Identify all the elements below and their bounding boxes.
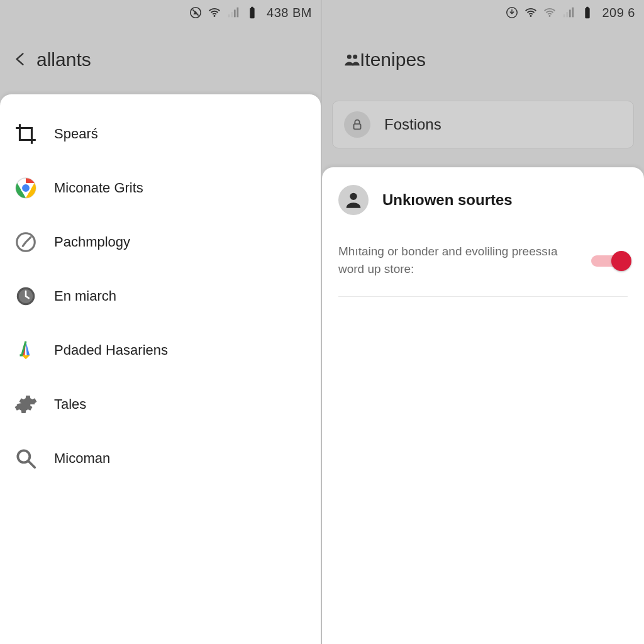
header-right: Itenipes — [322, 25, 644, 94]
battery-icon — [245, 6, 259, 19]
dial-icon — [14, 230, 38, 254]
wifi-icon — [524, 6, 538, 19]
settings-card: Unkıowen sourtes Mhıtaing or bonder and … — [322, 167, 644, 644]
signal-icon — [562, 6, 575, 19]
menu-item-label: Spearś — [54, 126, 98, 142]
svg-point-17 — [549, 15, 551, 17]
menu-item-miconate[interactable]: Miconate Grits — [0, 161, 321, 215]
signal-icon — [226, 6, 240, 19]
svg-point-24 — [347, 55, 352, 59]
svg-point-25 — [353, 55, 357, 59]
menu-item-label: Pachmplogy — [54, 234, 130, 250]
svg-point-27 — [350, 193, 357, 200]
svg-rect-23 — [587, 7, 589, 9]
chrome-icon — [14, 176, 38, 200]
svg-rect-22 — [586, 8, 590, 19]
svg-rect-5 — [237, 8, 239, 18]
toggle-knob — [611, 251, 631, 271]
unknown-sources-row: Mhıtaing or bonder and evoliling preessı… — [338, 243, 628, 297]
menu-item-label: Miconate Grits — [54, 180, 143, 196]
svg-rect-2 — [228, 14, 230, 18]
screen-right: 209 6 Itenipes Fostions Unkıowen sourtes… — [322, 0, 644, 644]
svg-rect-7 — [251, 7, 253, 9]
lock-icon — [344, 111, 370, 138]
svg-point-16 — [530, 15, 532, 17]
menu-item-pachmplogy[interactable]: Pachmplogy — [0, 215, 321, 269]
clock-icon — [14, 284, 38, 308]
no-sim-icon — [189, 6, 203, 19]
gear-icon — [14, 392, 38, 416]
menu-item-label: Pdaded Hasariens — [54, 342, 168, 358]
svg-rect-3 — [231, 12, 233, 17]
download-icon — [505, 6, 519, 19]
battery-icon — [580, 6, 594, 19]
subbar-label: Fostions — [384, 116, 441, 133]
menu-item-enmiarch[interactable]: En miarch — [0, 269, 321, 323]
header-left: allants — [0, 25, 321, 94]
unknown-sources-title: Unkıowen sourtes — [382, 191, 513, 209]
menu-item-spears[interactable]: Spearś — [0, 107, 321, 161]
unknown-sources-toggle[interactable] — [591, 251, 628, 270]
menu-item-label: Micoman — [54, 450, 110, 467]
svg-rect-4 — [234, 9, 236, 17]
header-title-right: Itenipes — [360, 49, 426, 70]
svg-rect-6 — [250, 8, 254, 19]
svg-rect-19 — [567, 12, 569, 17]
statusbar-time: 209 6 — [602, 6, 635, 20]
wifi-icon — [208, 6, 221, 19]
screen-left: 438 BM allants Spearś Miconate Grits — [0, 0, 322, 644]
statusbar-left: 438 BM — [0, 0, 321, 25]
avatar-icon — [338, 185, 369, 215]
back-icon[interactable] — [11, 48, 28, 72]
svg-rect-21 — [572, 8, 574, 18]
menu-item-label: Tales — [54, 396, 86, 413]
svg-point-1 — [214, 15, 216, 17]
profile-row: Unkıowen sourtes — [338, 185, 628, 215]
menu-item-tales[interactable]: Tales — [0, 377, 321, 431]
people-icon — [333, 51, 351, 69]
menu-item-micoman[interactable]: Micoman — [0, 431, 321, 486]
statusbar-time: 438 BM — [267, 6, 312, 20]
triangle-icon — [14, 338, 38, 362]
svg-rect-20 — [569, 9, 571, 17]
menu-card: Spearś Miconate Grits Pachmplogy En miar… — [0, 94, 321, 644]
header-title-left: allants — [36, 49, 91, 70]
svg-rect-26 — [354, 124, 361, 129]
search-icon — [14, 447, 38, 470]
svg-rect-18 — [564, 14, 565, 18]
crop-icon — [14, 122, 38, 146]
wifi-secondary-icon — [543, 6, 557, 19]
statusbar-right: 209 6 — [322, 0, 644, 25]
unknown-sources-description: Mhıtaing or bonder and evoliling preessı… — [338, 243, 571, 277]
subbar-fostions[interactable]: Fostions — [332, 101, 634, 148]
menu-item-pdaded[interactable]: Pdaded Hasariens — [0, 323, 321, 377]
menu-item-label: En miarch — [54, 288, 116, 304]
